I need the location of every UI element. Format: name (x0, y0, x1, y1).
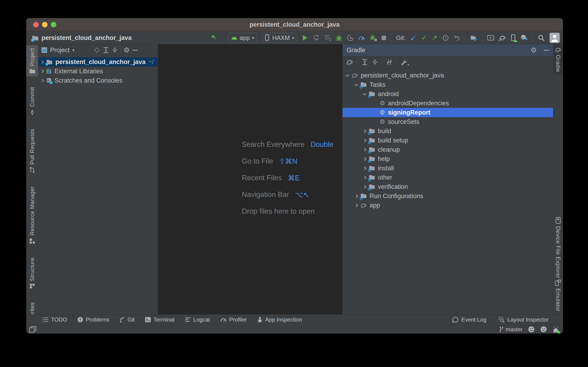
feedback-sad-icon[interactable] (540, 326, 547, 333)
chevron-down-icon[interactable]: ▾ (72, 48, 75, 53)
gradle-row-build-setup[interactable]: ⚙ build setup (343, 136, 553, 145)
chevron-down-icon[interactable] (354, 82, 358, 86)
project-panel-title[interactable]: Project (50, 47, 70, 54)
stripe-tab-resource-manager[interactable]: Resource Manager (26, 184, 38, 247)
gradle-refresh-icon[interactable] (346, 59, 353, 65)
tool-button-logcat[interactable]: Logcat (185, 317, 210, 323)
project-tree-row-scratches[interactable]: Scratches and Consoles (39, 76, 157, 85)
gradle-row-project[interactable]: persistent_cloud_anchor_java (343, 71, 553, 80)
gradle-row-cleanup[interactable]: ⚙ cleanup (343, 145, 553, 154)
git-branch-widget[interactable]: master (499, 326, 523, 333)
stripe-tab-pull-requests[interactable]: Pull Requests (26, 126, 38, 176)
git-update-icon[interactable]: ↙ (410, 34, 416, 41)
run-config-selector[interactable]: app ▾ (228, 33, 257, 43)
profiler-gauge-icon[interactable] (359, 35, 365, 41)
tool-window-switcher-icon[interactable] (29, 326, 36, 333)
gradle-row-tasks[interactable]: ⚙ Tasks (343, 80, 553, 89)
chevron-right-icon[interactable] (40, 79, 44, 82)
collapse-all-icon[interactable] (372, 59, 378, 66)
git-push-icon[interactable]: ↗ (432, 34, 438, 41)
chevron-right-icon[interactable] (363, 129, 367, 133)
project-tree-row-external-libraries[interactable]: External Libraries (39, 67, 157, 76)
offline-mode-icon[interactable] (386, 59, 392, 65)
tool-button-terminal[interactable]: Terminal (145, 317, 175, 323)
tool-button-problems[interactable]: Problems (77, 317, 109, 323)
project-tree-row-root[interactable]: persistent_cloud_anchor_java ~/ (39, 57, 157, 67)
search-icon[interactable] (538, 34, 545, 41)
gradle-row-verification[interactable]: ⚙ verification (343, 182, 553, 191)
left-tool-stripe: Project Commit Pull Requests Resource Ma… (26, 44, 38, 314)
gradle-row-androidDependencies[interactable]: ⚙ androidDependencies (343, 99, 553, 108)
gradle-row-run-configurations[interactable]: ⚙ Run Configurations (343, 191, 553, 201)
gradle-row-app[interactable]: app (343, 201, 553, 210)
chevron-right-icon[interactable] (363, 176, 367, 179)
apply-changes-icon[interactable]: A (313, 34, 319, 41)
gradle-row-build[interactable]: ⚙ build (343, 126, 553, 136)
tool-button-git[interactable]: Git (119, 317, 135, 323)
editor-area[interactable]: Search Everywhere Double Go to File ⇧⌘N … (158, 44, 343, 314)
expand-all-icon[interactable] (362, 59, 368, 66)
chevron-right-icon[interactable] (354, 203, 358, 207)
profile-disabled-icon[interactable] (347, 34, 354, 41)
chevron-down-icon: ▾ (252, 35, 254, 41)
locate-file-icon[interactable] (94, 47, 100, 53)
chevron-right-icon[interactable] (354, 194, 358, 198)
gradle-row-label: build setup (378, 137, 408, 144)
stripe-tab-gradle[interactable]: Gradle (553, 44, 563, 75)
expand-all-icon[interactable] (103, 47, 109, 53)
chevron-right-icon[interactable] (363, 185, 367, 189)
debug-bug-icon[interactable] (336, 34, 342, 41)
branch-name: master (506, 326, 523, 333)
gradle-sync-icon[interactable]: ↙ (499, 35, 506, 41)
stripe-tab-project[interactable]: Project (26, 45, 38, 76)
gradle-row-install[interactable]: ⚙ install (343, 164, 553, 173)
gear-icon[interactable]: ⚙ (531, 47, 537, 54)
chevron-down-icon[interactable] (363, 92, 367, 95)
git-commit-check-icon[interactable]: ✓ (421, 34, 427, 41)
sdk-manager-icon[interactable] (521, 34, 528, 41)
stop-button[interactable] (382, 36, 386, 40)
hide-panel-icon[interactable] (544, 50, 549, 50)
history-clock-icon[interactable] (442, 34, 449, 41)
chevron-down-icon: ▾ (292, 35, 294, 41)
gradle-row-android[interactable]: ⚙ android (343, 89, 553, 99)
window-title: persistent_cloud_anchor_java (26, 18, 563, 31)
gradle-row-sourceSets[interactable]: ⚙ sourceSets (343, 117, 553, 126)
chevron-right-icon[interactable] (363, 139, 367, 142)
stripe-tab-device-file-explorer[interactable]: Device File Explorer (553, 214, 563, 281)
chevron-right-icon[interactable] (363, 157, 367, 161)
feedback-happy-icon[interactable] (528, 326, 535, 333)
stripe-tab-structure[interactable]: Structure (26, 255, 38, 292)
gradle-row-signingReport[interactable]: ⚙ signingReport (343, 108, 553, 117)
hide-panel-icon[interactable] (133, 50, 138, 50)
tool-button-profiler[interactable]: Profiler (220, 317, 247, 323)
tool-button-layout-inspector[interactable]: Layout Inspector (498, 317, 549, 323)
chevron-down-icon[interactable] (346, 73, 349, 77)
avd-manager-icon[interactable] (487, 35, 494, 41)
toolbar-project-name[interactable]: persistent_cloud_anchor_java (41, 34, 132, 42)
undo-icon[interactable] (454, 35, 460, 41)
stripe-tab-commit[interactable]: Commit (26, 84, 38, 118)
device-selector[interactable]: HAXM ▾ (262, 33, 297, 43)
tool-button-todo[interactable]: TODO (42, 317, 67, 323)
chevron-right-icon[interactable] (40, 60, 44, 64)
project-structure-icon[interactable] (470, 34, 477, 41)
avatar[interactable] (549, 33, 560, 43)
gear-icon[interactable]: ⚙ (123, 47, 130, 54)
gradle-settings-wrench-icon[interactable]: ▾ (401, 59, 407, 65)
gradle-row-help[interactable]: ⚙ help (343, 154, 553, 164)
build-hammer-icon[interactable] (210, 34, 217, 42)
run-button[interactable] (302, 34, 308, 41)
chevron-right-icon[interactable] (363, 166, 367, 170)
android-assistant-icon[interactable] (552, 326, 559, 333)
stripe-tab-emulator[interactable]: Emulator (553, 277, 563, 314)
device-manager-icon[interactable] (511, 34, 516, 41)
chevron-right-icon[interactable] (40, 69, 44, 73)
chevron-right-icon[interactable] (363, 148, 367, 151)
tool-button-app-inspection[interactable]: App Inspection (257, 317, 302, 323)
attach-debugger-icon[interactable] (370, 34, 377, 41)
apply-code-changes-icon[interactable] (324, 35, 331, 41)
gradle-row-other[interactable]: ⚙ other (343, 173, 553, 182)
tool-button-event-log[interactable]: Event Log (452, 317, 486, 323)
collapse-all-icon[interactable] (112, 47, 118, 53)
